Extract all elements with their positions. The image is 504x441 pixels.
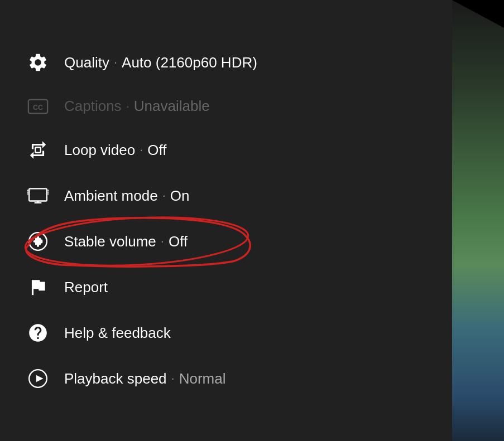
captions-label: Captions — [64, 98, 122, 115]
loop-separator: · — [140, 143, 143, 157]
corner-triangle — [452, 0, 504, 28]
ambient-mode-menu-item[interactable]: Ambient mode · On — [0, 173, 452, 219]
stable-volume-label: Stable volume — [64, 233, 156, 250]
ambient-text: Ambient mode · On — [64, 187, 189, 205]
playback-speed-menu-item[interactable]: Playback speed · Normal — [0, 356, 452, 401]
help-label: Help & feedback — [64, 324, 171, 342]
playback-speed-value: Normal — [179, 370, 226, 387]
playback-speed-text: Playback speed · Normal — [64, 370, 225, 387]
settings-menu: Quality · Auto (2160p60 HDR) CC Captions… — [0, 0, 452, 441]
loop-value: Off — [147, 142, 166, 159]
report-menu-item[interactable]: Report — [0, 264, 452, 310]
ambient-label: Ambient mode — [64, 187, 158, 205]
quality-menu-item[interactable]: Quality · Auto (2160p60 HDR) — [0, 40, 452, 85]
captions-menu-item: CC Captions · Unavailable — [0, 85, 452, 127]
ambient-icon — [22, 185, 53, 206]
quality-text: Quality · Auto (2160p60 HDR) — [64, 54, 257, 71]
playback-speed-separator: · — [171, 371, 175, 386]
stable-volume-icon — [22, 231, 53, 252]
svg-rect-2 — [35, 147, 41, 153]
landscape-image — [452, 0, 504, 441]
loop-menu-item[interactable]: Loop video · Off — [0, 127, 452, 173]
help-text: Help & feedback — [64, 324, 171, 342]
help-menu-item[interactable]: Help & feedback — [0, 310, 452, 356]
report-text: Report — [64, 279, 108, 296]
gear-icon — [22, 52, 53, 73]
stable-volume-menu-item[interactable]: Stable volume · Off — [0, 219, 452, 264]
quality-value: Auto (2160p60 HDR) — [122, 54, 257, 71]
captions-separator: · — [126, 99, 129, 114]
cc-icon: CC — [22, 99, 53, 114]
stable-volume-separator: · — [161, 234, 164, 249]
playback-speed-label: Playback speed — [64, 370, 167, 387]
loop-icon — [22, 139, 53, 161]
ambient-value: On — [170, 187, 190, 205]
svg-marker-20 — [36, 375, 43, 382]
video-thumbnail — [452, 0, 504, 441]
quality-label: Quality — [64, 54, 109, 71]
report-label: Report — [64, 279, 108, 296]
loop-label: Loop video — [64, 142, 135, 159]
help-icon — [22, 322, 53, 343]
ambient-separator: · — [162, 188, 166, 203]
playback-speed-icon — [22, 368, 53, 389]
flag-icon — [22, 277, 53, 298]
captions-text: Captions · Unavailable — [64, 98, 210, 115]
stable-volume-value: Off — [169, 233, 188, 250]
svg-rect-3 — [29, 188, 47, 201]
stable-volume-text: Stable volume · Off — [64, 233, 188, 250]
svg-text:CC: CC — [33, 104, 43, 112]
loop-text: Loop video · Off — [64, 142, 167, 159]
quality-separator: · — [114, 55, 117, 70]
captions-value: Unavailable — [134, 98, 210, 115]
